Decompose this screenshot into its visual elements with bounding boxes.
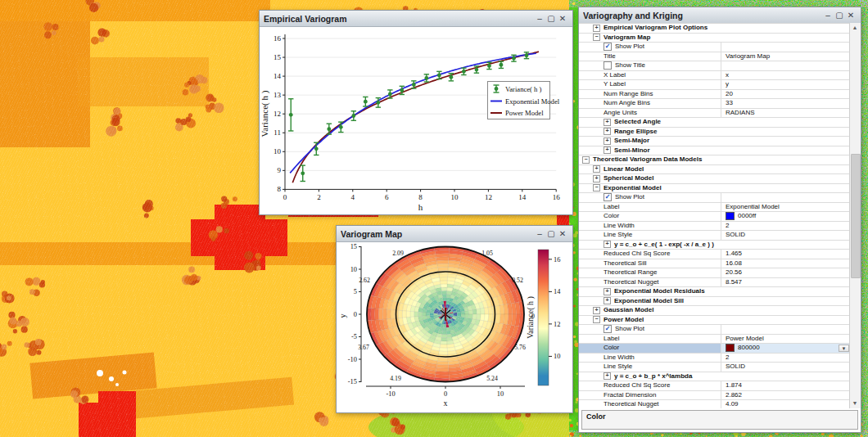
property-row-theoretical-variogram-data-models[interactable]: −Theoretical Variogram Data Models [579, 155, 850, 165]
checkbox-checked[interactable]: ✓ [604, 325, 612, 333]
property-row-theoretical-nugget[interactable]: Theoretical Nugget8.547 [579, 278, 850, 288]
property-row-label[interactable]: LabelPower Model [579, 335, 850, 345]
property-row-angle-units[interactable]: Angle UnitsRADIANS [579, 109, 850, 119]
property-row-color[interactable]: Color800000▼ [579, 344, 850, 354]
maximize-icon[interactable]: ▢ [545, 226, 557, 241]
checkbox-checked[interactable]: ✓ [604, 43, 612, 51]
property-row-line-width[interactable]: Line Width2 [579, 354, 850, 363]
collapse-icon[interactable]: − [593, 184, 600, 191]
empirical-variogram-titlebar[interactable]: Empirical Variogram – ▢ ✕ [260, 11, 572, 27]
property-value[interactable]: SOLID [721, 231, 850, 240]
variogram-map-window[interactable]: Variogram Map – ▢ ✕ -15-10-5051015-10010… [336, 225, 573, 413]
property-row-semi-major[interactable]: +Semi-Major [579, 137, 850, 146]
variography-kriging-panel[interactable]: Variography and Kriging – ▢ ✕ +Empirical… [578, 7, 861, 433]
property-value[interactable]: 1.874 [721, 381, 850, 390]
scroll-up-icon[interactable]: ▲ [850, 23, 860, 33]
variogram-map-titlebar[interactable]: Variogram Map – ▢ ✕ [337, 226, 572, 242]
property-row-show-plot[interactable]: ✓Show Plot [579, 325, 850, 335]
property-value[interactable] [721, 325, 850, 334]
empirical-variogram-plot[interactable]: 89101112131415160246810121416hVariance( … [260, 27, 571, 214]
property-value[interactable]: 4.09 [721, 400, 850, 408]
property-value[interactable]: 16.08 [721, 259, 850, 268]
property-row-title[interactable]: TitleVariogram Map [579, 52, 850, 62]
property-row-fractal-dimension[interactable]: Fractal Dimension2.862 [579, 391, 850, 401]
checkbox-checked[interactable]: ✓ [604, 193, 612, 201]
property-value[interactable]: 2 [721, 222, 850, 231]
property-row-y-c-o-b-p-x-lambda[interactable]: +y = c_o + b_p * x^lambda [579, 372, 850, 382]
property-row-y-label[interactable]: Y Labely [579, 80, 850, 90]
property-value[interactable]: 0000ff [721, 212, 850, 221]
property-value[interactable]: 20 [721, 90, 850, 99]
property-value[interactable]: 800000▼ [721, 344, 850, 353]
expand-icon[interactable]: + [593, 307, 600, 314]
property-row-color[interactable]: Color0000ff [579, 212, 850, 222]
minimize-icon[interactable]: – [822, 7, 834, 23]
property-value[interactable]: SOLID [721, 363, 850, 372]
minimize-icon[interactable]: – [534, 11, 545, 26]
property-row-y-c-o-c-e-1-exp-x-a-e-[interactable]: +y = c_o + c_e( 1 - exp( -x / a_e ) ) [579, 241, 850, 250]
property-value[interactable]: 8.547 [721, 278, 850, 287]
maximize-icon[interactable]: ▢ [545, 11, 557, 26]
property-value[interactable]: 20.56 [721, 268, 850, 277]
close-icon[interactable]: ✕ [557, 226, 568, 241]
property-grid[interactable]: +Empirical Variogram Plot Options−Variog… [579, 23, 850, 408]
property-row-label[interactable]: LabelExponential Model [579, 203, 850, 213]
expand-icon[interactable]: + [604, 288, 611, 295]
property-row-variogram-map[interactable]: −Variogram Map [579, 34, 850, 43]
variogram-map-plot[interactable]: -15-10-5051015-10010xy2.091.052.620.5203… [337, 242, 571, 412]
collapse-icon[interactable]: − [593, 34, 600, 41]
property-row-line-width[interactable]: Line Width2 [579, 222, 850, 232]
close-icon[interactable]: ✕ [557, 11, 568, 26]
minimize-icon[interactable]: – [534, 226, 545, 241]
property-value[interactable]: 2.862 [721, 391, 850, 400]
panel-titlebar[interactable]: Variography and Kriging – ▢ ✕ [579, 7, 861, 24]
property-row-spherical-model[interactable]: +Spherical Model [579, 174, 850, 184]
property-row-linear-model[interactable]: +Linear Model [579, 165, 850, 175]
expand-icon[interactable]: + [604, 297, 611, 304]
collapse-icon[interactable]: − [582, 156, 590, 164]
property-value[interactable] [721, 61, 850, 70]
property-row-range-ellipse[interactable]: +Range Ellipse [579, 128, 850, 137]
property-value[interactable]: Exponential Model [721, 203, 850, 212]
property-value[interactable]: 2 [721, 354, 850, 363]
property-value[interactable]: 33 [721, 99, 850, 108]
scrollbar-thumb[interactable] [851, 154, 861, 278]
property-row-num-range-bins[interactable]: Num Range Bins20 [579, 90, 850, 100]
expand-icon[interactable]: + [604, 241, 611, 248]
maximize-icon[interactable]: ▢ [834, 7, 845, 23]
expand-icon[interactable]: + [604, 146, 611, 154]
property-value[interactable]: Power Model [721, 335, 850, 344]
expand-icon[interactable]: + [604, 128, 611, 135]
property-value[interactable]: Variogram Map [721, 52, 850, 61]
close-icon[interactable]: ✕ [845, 7, 857, 23]
property-row-exponential-model[interactable]: −Exponential Model [579, 184, 850, 194]
expand-icon[interactable]: + [593, 165, 600, 173]
property-row-reduced-chi-sq-score[interactable]: Reduced Chi Sq Score1.874 [579, 381, 850, 391]
expand-icon[interactable]: + [604, 119, 611, 126]
property-row-exponential-model-sill[interactable]: +Exponential Model Sill [579, 297, 850, 307]
property-row-selected-angle[interactable]: +Selected Angle [579, 118, 850, 128]
property-row-exponential-model-residuals[interactable]: +Exponential Model Residuals [579, 287, 850, 297]
property-row-theoretical-sill[interactable]: Theoretical Sill16.08 [579, 259, 850, 269]
property-value[interactable]: 1.465 [721, 250, 850, 259]
collapse-icon[interactable]: − [593, 316, 600, 323]
scroll-down-icon[interactable]: ▼ [850, 399, 860, 408]
empirical-variogram-window[interactable]: Empirical Variogram – ▢ ✕ 89101112131415… [259, 10, 573, 215]
expand-icon[interactable]: + [604, 137, 611, 145]
expand-icon[interactable]: + [593, 175, 600, 182]
property-row-reduced-chi-sq-score[interactable]: Reduced Chi Sq Score1.465 [579, 250, 850, 259]
property-row-num-angle-bins[interactable]: Num Angle Bins33 [579, 99, 850, 109]
property-row-line-style[interactable]: Line StyleSOLID [579, 231, 850, 241]
property-row-show-plot[interactable]: ✓Show Plot [579, 193, 850, 203]
property-row-show-plot[interactable]: ✓Show Plot [579, 43, 850, 52]
property-value[interactable] [721, 43, 850, 52]
property-row-line-style[interactable]: Line StyleSOLID [579, 363, 850, 372]
expand-icon[interactable]: + [604, 372, 611, 380]
dropdown-arrow-icon[interactable]: ▼ [839, 345, 849, 352]
property-row-show-title[interactable]: Show Title [579, 61, 850, 71]
property-row-empirical-variogram-plot-options[interactable]: +Empirical Variogram Plot Options [579, 24, 850, 34]
scrollbar[interactable]: ▲ ▼ [849, 23, 861, 408]
property-row-theoretical-nugget[interactable]: Theoretical Nugget4.09 [579, 400, 850, 408]
property-row-x-label[interactable]: X Labelx [579, 71, 850, 81]
checkbox-unchecked[interactable] [604, 61, 612, 70]
